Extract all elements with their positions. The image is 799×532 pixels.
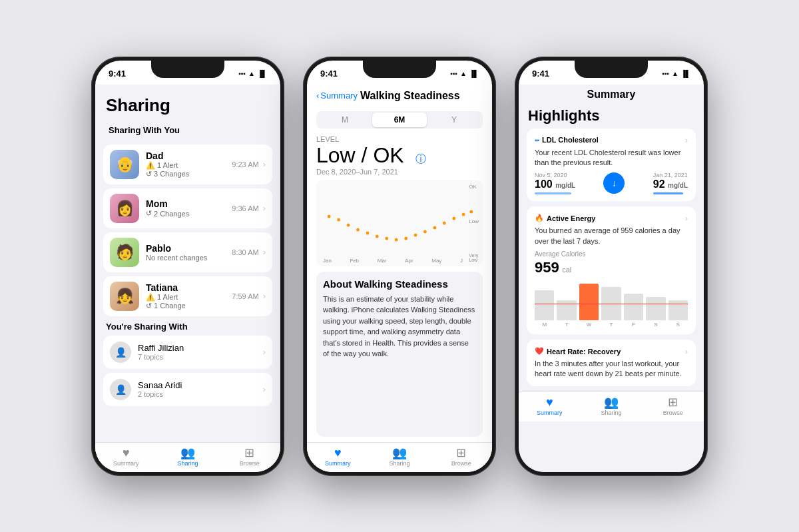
- energy-category: 🔥 Active Energy: [535, 214, 595, 222]
- ldl-after: Jan 21, 2021 92 mg/dL: [653, 172, 688, 194]
- chevron-energy: ›: [685, 213, 688, 223]
- battery-icon-3: ▐▌: [681, 70, 690, 77]
- alert-icon-dad: ⚠️: [146, 161, 155, 170]
- tab-sharing-2[interactable]: 👥 Sharing: [369, 447, 431, 467]
- changes-mom: ↺ 2 Changes: [146, 209, 232, 218]
- heart-header: ❤️ Heart Rate: Recovery ›: [535, 346, 688, 356]
- tab-browse-1[interactable]: ⊞ Browse: [218, 447, 280, 467]
- tab-summary-2[interactable]: ♥ Summary: [307, 447, 369, 467]
- ldl-card[interactable]: ▪▪ LDL Cholesterol › Your recent LDL Cho…: [527, 129, 696, 202]
- svg-point-5: [376, 234, 379, 238]
- chart-label-low: Low: [469, 218, 479, 224]
- avatar-raffi: 👤: [110, 342, 131, 363]
- contact-name-pablo: Pablo: [146, 243, 232, 254]
- heart-card[interactable]: ❤️ Heart Rate: Recovery › In the 3 minut…: [527, 340, 696, 386]
- notch-3: [575, 61, 648, 78]
- avg-line: [535, 304, 688, 304]
- chart-label-verylow: VeryLow: [469, 253, 479, 262]
- about-section: About Walking Steadiness This is an esti…: [316, 272, 483, 437]
- tab-sharing-3[interactable]: 👥 Sharing: [581, 396, 643, 416]
- contact-time-mom: 9:36 AM: [232, 204, 258, 212]
- browse-icon-1: ⊞: [244, 447, 254, 459]
- time-btn-m[interactable]: M: [318, 113, 372, 127]
- contact-card-tatiana[interactable]: 👧 Tatiana ⚠️ 1 Alert ↺ 1 Change: [103, 276, 272, 316]
- avg-label: Average Calories: [535, 250, 688, 258]
- tab-browse-label-2: Browse: [451, 460, 471, 467]
- svg-point-4: [366, 231, 370, 234]
- time-btn-y[interactable]: Y: [427, 113, 481, 127]
- ldl-header: ▪▪ LDL Cholesterol ›: [535, 135, 688, 145]
- contact-time-pablo: 8:30 AM: [232, 248, 258, 256]
- ldl-before: Nov 5, 2020 100 mg/dL: [535, 172, 575, 194]
- section-youre-sharing: You're Sharing With: [103, 322, 272, 332]
- status-time-1: 9:41: [109, 69, 126, 79]
- chevron-sanaa: ›: [263, 384, 266, 394]
- status-icons-2: ▪▪▪ ▲ ▐▌: [450, 70, 479, 77]
- svg-point-6: [385, 236, 388, 240]
- energy-card[interactable]: 🔥 Active Energy › You burned an average …: [527, 206, 696, 334]
- bar-wed: [579, 284, 599, 320]
- avg-value-row: 959 cal: [535, 259, 688, 276]
- contact-card-mom[interactable]: 👩 Mom ↺ 2 Changes 9:36 AM ›: [103, 188, 272, 228]
- wifi-icon-3: ▲: [672, 70, 678, 77]
- changes-icon-dad: ↺: [146, 170, 152, 178]
- tab-browse-2[interactable]: ⊞ Browse: [430, 447, 492, 467]
- heart-icon-tab-3: ♥: [546, 396, 553, 408]
- status-icons-1: ▪▪▪ ▲ ▐▌: [238, 70, 267, 77]
- energy-text: You burned an average of 959 calories a …: [535, 226, 688, 246]
- chevron-heart: ›: [685, 346, 688, 356]
- tab-browse-label-1: Browse: [240, 460, 260, 467]
- info-icon[interactable]: ⓘ: [415, 153, 426, 164]
- contact-info-tatiana: Tatiana ⚠️ 1 Alert ↺ 1 Change: [146, 282, 232, 310]
- simple-contact-raffi[interactable]: 👤 Raffi Jilizian 7 topics ›: [103, 336, 272, 369]
- section-sharing-with-you: Sharing With You: [106, 125, 270, 135]
- wifi-icon: ▲: [248, 70, 255, 77]
- heart-category: ❤️ Heart Rate: Recovery: [535, 347, 621, 356]
- flame-icon: 🔥: [535, 214, 544, 222]
- about-text: This is an estimate of your stability wh…: [323, 294, 476, 360]
- time-btn-6m[interactable]: 6M: [372, 113, 427, 127]
- heart-icon-1: ♥: [123, 447, 130, 459]
- alert-text-dad: 1 Alert: [157, 161, 178, 169]
- svg-point-12: [443, 221, 446, 224]
- tab-sharing-1[interactable]: 👥 Sharing: [157, 447, 219, 467]
- tab-summary-3[interactable]: ♥ Summary: [519, 396, 581, 416]
- avatar-tatiana: 👧: [110, 282, 139, 311]
- ldl-text: Your recent LDL Cholesterol result was l…: [535, 148, 688, 168]
- level-label: LEVEL: [307, 133, 492, 143]
- contact-card-dad[interactable]: 👴 Dad ⚠️ 1 Alert ↺ 3 Changes: [103, 144, 272, 184]
- ldl-bar-before: [535, 192, 571, 194]
- bar-chart-container: M T W T F S S: [535, 280, 688, 328]
- back-label: Summary: [320, 91, 358, 101]
- bar-labels: M T W T F S S: [535, 322, 688, 328]
- contact-time-dad: 9:23 AM: [232, 160, 258, 168]
- sharing-icon-1: 👥: [180, 447, 195, 459]
- signal-icon: ▪▪▪: [238, 70, 246, 77]
- svg-point-2: [347, 223, 350, 226]
- changes-pablo: No recent changes: [146, 254, 232, 262]
- level-date: Dec 8, 2020–Jun 7, 2021: [307, 168, 492, 180]
- changes-icon-mom: ↺: [146, 209, 152, 218]
- notch-1: [151, 61, 224, 78]
- simple-info-sanaa: Sanaa Aridi 2 topics: [138, 380, 182, 398]
- svg-point-13: [452, 216, 455, 220]
- summary-screen: Summary Highlights ▪▪ LDL Cholesterol › …: [519, 85, 704, 472]
- back-button[interactable]: ‹ Summary: [316, 91, 358, 101]
- svg-point-0: [328, 214, 331, 218]
- svg-point-1: [337, 218, 340, 221]
- simple-contact-sanaa[interactable]: 👤 Sanaa Aridi 2 topics ›: [103, 373, 272, 406]
- sharing-icon-3: 👥: [604, 396, 619, 408]
- ldl-arrow-down: ↓: [603, 172, 625, 194]
- status-time-3: 9:41: [532, 69, 549, 79]
- svg-point-7: [395, 238, 398, 241]
- battery-icon-2: ▐▌: [469, 70, 479, 77]
- tab-browse-3[interactable]: ⊞ Browse: [642, 396, 704, 416]
- contact-card-pablo[interactable]: 🧑 Pablo No recent changes 8:30 AM ›: [103, 232, 272, 272]
- contact-time-tatiana: 7:59 AM: [232, 292, 258, 300]
- summary-nav: Summary: [519, 85, 704, 105]
- chevron-raffi: ›: [263, 347, 266, 357]
- phone-sharing: 9:41 ▪▪▪ ▲ ▐▌ Sharing Sharing With You 👴: [91, 57, 284, 476]
- time-selector: M 6M Y: [316, 111, 483, 129]
- status-icons-3: ▪▪▪ ▲ ▐▌: [662, 70, 690, 77]
- tab-summary-1[interactable]: ♥ Summary: [95, 447, 157, 467]
